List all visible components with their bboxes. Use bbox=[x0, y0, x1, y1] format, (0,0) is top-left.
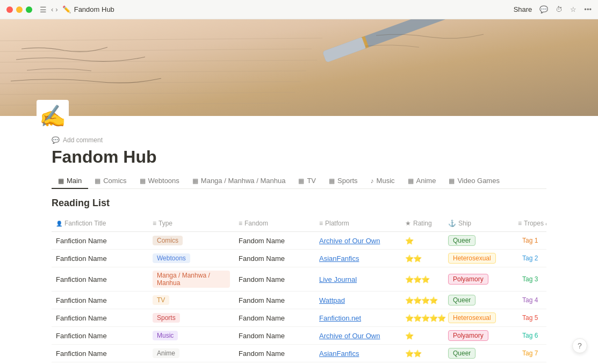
table-row[interactable]: Fanfiction Name Webtoons Fandom Name Asi… bbox=[52, 250, 546, 267]
col-label-type: Type bbox=[158, 220, 172, 227]
tab-main[interactable]: ▦ Main bbox=[52, 173, 88, 189]
cell-ship: Queer bbox=[444, 232, 514, 249]
cell-tag: Tag 3 bbox=[514, 267, 546, 291]
tab-sports[interactable]: ▦ Sports bbox=[322, 173, 364, 189]
tab-label-tv: TV bbox=[307, 177, 316, 185]
tab-icon-webtoons: ▦ bbox=[140, 177, 146, 185]
hero-lines bbox=[0, 19, 598, 116]
chat-icon[interactable]: 💬 bbox=[539, 5, 548, 13]
table-row[interactable]: Fanfiction Name Music Fandom Name Archiv… bbox=[52, 327, 546, 345]
cell-ship: Polyamory bbox=[444, 267, 514, 291]
col-header-tags: ≡ Tropes & Tags bbox=[514, 217, 546, 229]
page-icon: ✍️ bbox=[37, 100, 69, 132]
titlebar-left: ☰ ‹ › ✏️ Fandom Hub bbox=[6, 5, 114, 14]
cell-title: Fanfiction Name bbox=[52, 327, 148, 344]
breadcrumb: ✏️ Fandom Hub bbox=[62, 5, 114, 13]
col-header-rating: ★ Rating bbox=[401, 217, 444, 229]
cell-rating: ⭐ bbox=[401, 327, 444, 344]
cell-ship: Queer bbox=[444, 345, 514, 362]
tab-label-videogames: Video Games bbox=[457, 177, 500, 185]
tab-tv[interactable]: ▦ TV bbox=[292, 173, 322, 189]
cell-type: Sports bbox=[148, 309, 234, 326]
maximize-button[interactable] bbox=[26, 6, 32, 13]
cell-platform[interactable]: Live Journal bbox=[315, 267, 401, 291]
titlebar: ☰ ‹ › ✏️ Fandom Hub Share 💬 ⏱ ☆ ••• bbox=[0, 0, 598, 19]
cell-platform[interactable]: Fanfiction.net bbox=[315, 309, 401, 326]
col-label-rating: Rating bbox=[413, 220, 432, 227]
clock-icon[interactable]: ⏱ bbox=[556, 5, 563, 13]
traffic-lights bbox=[6, 6, 32, 13]
cell-tag: Tag 4 bbox=[514, 292, 546, 309]
main-content: 💬 Add comment Fandom Hub ▦ Main ▦ Comics… bbox=[0, 136, 598, 364]
star-icon[interactable]: ☆ bbox=[570, 5, 577, 13]
cell-platform[interactable]: Wattpad bbox=[315, 292, 401, 309]
col-label-ship: Ship bbox=[458, 220, 471, 227]
cell-rating: ⭐⭐ bbox=[401, 345, 444, 362]
page-title: Fandom Hub bbox=[52, 147, 546, 167]
cell-tag: Tag 7 bbox=[514, 345, 546, 362]
tab-label-sports: Sports bbox=[337, 177, 358, 185]
tab-icon-sports: ▦ bbox=[329, 177, 335, 185]
table-row[interactable]: Fanfiction Name Manga / Manhwa / Manhua … bbox=[52, 267, 546, 292]
tab-manga[interactable]: ▦ Manga / Manhwa / Manhua bbox=[186, 173, 292, 189]
table-body: Fanfiction Name Comics Fandom Name Archi… bbox=[52, 232, 546, 364]
tab-icon-manga: ▦ bbox=[192, 177, 198, 185]
tab-icon-videogames: ▦ bbox=[449, 177, 455, 185]
cell-tag: Tag 5 bbox=[514, 309, 546, 326]
tab-music[interactable]: ♪ Music bbox=[364, 173, 401, 189]
back-arrow[interactable]: ‹ bbox=[51, 5, 53, 13]
hero-image bbox=[0, 19, 598, 116]
more-icon[interactable]: ••• bbox=[584, 5, 592, 13]
cell-fandom: Fandom Name bbox=[234, 327, 315, 344]
col-header-platform: ≡ Platform bbox=[315, 217, 401, 229]
tab-label-music: Music bbox=[377, 177, 395, 185]
cell-type: Comics bbox=[148, 232, 234, 249]
forward-arrow[interactable]: › bbox=[55, 5, 57, 13]
data-table: 👤 Fanfiction Title ≡ Type ≡ Fandom ≡ Pla… bbox=[52, 215, 546, 364]
cell-type: Webtoons bbox=[148, 250, 234, 267]
pen-icon: ✏️ bbox=[62, 5, 71, 13]
add-comment-button[interactable]: 💬 Add comment bbox=[52, 136, 546, 144]
cell-title: Fanfiction Name bbox=[52, 309, 148, 326]
col-label-title: Fanfiction Title bbox=[64, 220, 106, 227]
tab-icon-comics: ▦ bbox=[95, 177, 100, 185]
table-row[interactable]: Fanfiction Name TV Fandom Name Wattpad ⭐… bbox=[52, 292, 546, 309]
tab-comics[interactable]: ▦ Comics bbox=[88, 173, 133, 189]
tab-icon-tv: ▦ bbox=[298, 177, 304, 185]
tab-videogames[interactable]: ▦ Video Games bbox=[442, 173, 506, 189]
col-header-ship: ⚓ Ship bbox=[444, 217, 514, 229]
table-row[interactable]: Fanfiction Name Comics Fandom Name Archi… bbox=[52, 232, 546, 250]
share-button[interactable]: Share bbox=[514, 5, 532, 13]
cell-platform[interactable]: AsianFanfics bbox=[315, 345, 401, 362]
col-label-fandom: Fandom bbox=[244, 220, 268, 227]
cell-ship: Polyamory bbox=[444, 327, 514, 344]
tab-label-anime: Anime bbox=[416, 177, 436, 185]
cell-tag: Tag 1 bbox=[514, 232, 546, 249]
tab-anime[interactable]: ▦ Anime bbox=[401, 173, 443, 189]
tab-icon-music: ♪ bbox=[371, 177, 374, 185]
cell-title: Fanfiction Name bbox=[52, 345, 148, 362]
cell-platform[interactable]: Archive of Our Own bbox=[315, 327, 401, 344]
add-comment-label: Add comment bbox=[63, 136, 103, 144]
cell-fandom: Fandom Name bbox=[234, 292, 315, 309]
col-header-title: 👤 Fanfiction Title bbox=[52, 217, 148, 229]
cell-tag: Tag 2 bbox=[514, 250, 546, 267]
help-button[interactable]: ? bbox=[572, 338, 587, 353]
cell-fandom: Fandom Name bbox=[234, 267, 315, 291]
cell-type: Music bbox=[148, 327, 234, 344]
table-row[interactable]: Fanfiction Name Sports Fandom Name Fanfi… bbox=[52, 309, 546, 327]
menu-icon[interactable]: ☰ bbox=[40, 5, 47, 14]
cell-platform[interactable]: Archive of Our Own bbox=[315, 232, 401, 249]
col-icon-rating: ★ bbox=[405, 220, 411, 227]
table-row[interactable]: Fanfiction Name Anime Fandom Name AsianF… bbox=[52, 345, 546, 362]
tab-webtoons[interactable]: ▦ Webtoons bbox=[133, 173, 186, 189]
minimize-button[interactable] bbox=[16, 6, 23, 13]
col-icon-ship: ⚓ bbox=[448, 220, 456, 227]
svg-rect-0 bbox=[0, 19, 598, 116]
cell-rating: ⭐⭐⭐ bbox=[401, 267, 444, 291]
section-title: Reading List bbox=[52, 198, 546, 209]
cell-platform[interactable]: AsianFanfics bbox=[315, 250, 401, 267]
nav-arrows: ‹ › bbox=[51, 5, 58, 13]
cell-type: Manga / Manhwa / Manhua bbox=[148, 267, 234, 291]
close-button[interactable] bbox=[6, 6, 13, 13]
